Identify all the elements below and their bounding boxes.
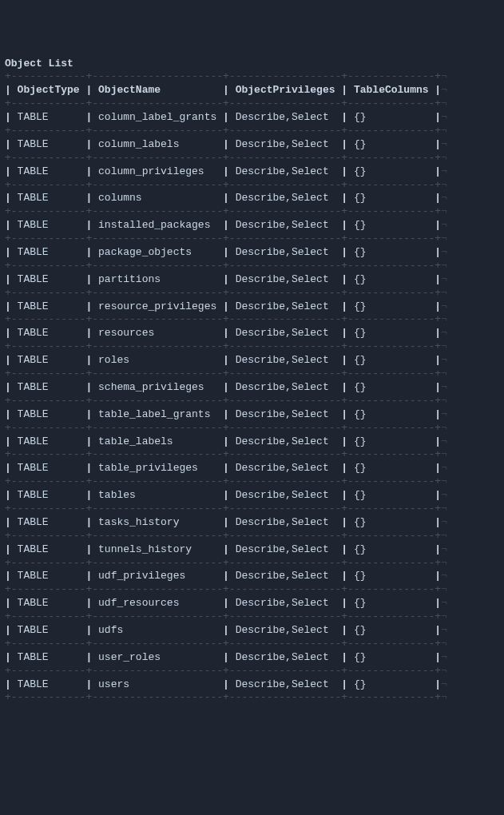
- cell-cols: {}: [347, 651, 435, 663]
- table-row: | TABLE | package_objects | Describe,Sel…: [5, 246, 499, 260]
- separator-row: +------------+---------------------+----…: [5, 530, 499, 543]
- cell-type: TABLE: [11, 138, 86, 150]
- cell-privs: Describe,Select: [229, 192, 341, 204]
- separator-row: +------------+---------------------+----…: [5, 313, 499, 327]
- cell-cols: {}: [347, 327, 435, 339]
- table-row: | TABLE | tables | Describe,Select | {} …: [5, 489, 499, 503]
- table-row: | TABLE | resources | Describe,Select | …: [5, 327, 499, 340]
- cell-privs: Describe,Select: [229, 516, 341, 528]
- table-row: | TABLE | udf_privileges | Describe,Sele…: [5, 570, 499, 583]
- cell-privs: Describe,Select: [229, 570, 341, 582]
- cell-cols: {}: [347, 381, 435, 393]
- table-row: | TABLE | column_label_grants | Describe…: [5, 111, 499, 125]
- cell-privs: Describe,Select: [229, 273, 341, 285]
- cell-name: columns: [92, 192, 223, 204]
- cell-name: partitions: [92, 273, 223, 285]
- cell-type: TABLE: [11, 111, 86, 123]
- cell-privs: Describe,Select: [229, 462, 341, 474]
- separator-row: +------------+---------------------+----…: [5, 665, 499, 678]
- cell-cols: {}: [347, 273, 435, 285]
- cell-type: TABLE: [11, 651, 86, 663]
- separator-row: +------------+---------------------+----…: [5, 395, 499, 408]
- cell-privs: Describe,Select: [229, 543, 341, 555]
- separator-row: +------------+---------------------+----…: [5, 205, 499, 219]
- table-header-row: | ObjectType | ObjectName | ObjectPrivil…: [5, 84, 499, 97]
- cell-privs: Describe,Select: [229, 597, 341, 609]
- table-row: | TABLE | table_labels | Describe,Select…: [5, 435, 499, 449]
- table-row: | TABLE | partitions | Describe,Select |…: [5, 273, 499, 287]
- separator-row: +------------+---------------------+----…: [5, 422, 499, 435]
- cell-type: TABLE: [11, 354, 86, 366]
- table-row: | TABLE | user_roles | Describe,Select |…: [5, 651, 499, 665]
- cell-name: table_labels: [92, 435, 223, 447]
- cell-name: column_privileges: [92, 165, 223, 177]
- table-row: | TABLE | table_label_grants | Describe,…: [5, 408, 499, 422]
- cell-cols: {}: [347, 597, 435, 609]
- separator-row: +------------+---------------------+----…: [5, 287, 499, 300]
- cell-name: table_label_grants: [92, 408, 223, 420]
- cell-privs: Describe,Select: [229, 408, 341, 420]
- cell-name: column_label_grants: [92, 111, 223, 123]
- separator-row: +------------+---------------------+----…: [5, 233, 499, 246]
- cell-name: roles: [92, 354, 223, 366]
- separator-row: +------------+---------------------+----…: [5, 448, 499, 462]
- cell-name: schema_privileges: [92, 381, 223, 393]
- separator-row: +------------+---------------------+----…: [5, 97, 499, 111]
- table-row: | TABLE | users | Describe,Select | {} |…: [5, 678, 499, 692]
- cell-type: TABLE: [11, 543, 86, 555]
- separator-row: +------------+---------------------+----…: [5, 691, 499, 705]
- cell-cols: {}: [347, 354, 435, 366]
- cell-type: TABLE: [11, 273, 86, 285]
- cell-name: tables: [92, 489, 223, 501]
- cell-privs: Describe,Select: [229, 354, 341, 366]
- table-row: | TABLE | udfs | Describe,Select | {} |¬: [5, 624, 499, 638]
- cell-type: TABLE: [11, 300, 86, 312]
- cell-cols: {}: [347, 624, 435, 636]
- separator-row: +------------+---------------------+----…: [5, 152, 499, 165]
- table-row: | TABLE | resource_privileges | Describe…: [5, 300, 499, 314]
- cell-cols: {}: [347, 408, 435, 420]
- table-row: | TABLE | tunnels_history | Describe,Sel…: [5, 543, 499, 557]
- table-row: | TABLE | columns | Describe,Select | {}…: [5, 192, 499, 205]
- cell-cols: {}: [347, 516, 435, 528]
- cell-type: TABLE: [11, 381, 86, 393]
- cell-cols: {}: [347, 462, 435, 474]
- cell-type: TABLE: [11, 570, 86, 582]
- cell-cols: {}: [347, 246, 435, 258]
- separator-row: +------------+---------------------+----…: [5, 368, 499, 381]
- separator-row: +------------+---------------------+----…: [5, 70, 499, 84]
- cell-privs: Describe,Select: [229, 219, 341, 231]
- cell-privs: Describe,Select: [229, 165, 341, 177]
- cell-type: TABLE: [11, 597, 86, 609]
- cell-type: TABLE: [11, 192, 86, 204]
- cell-type: TABLE: [11, 462, 86, 474]
- cell-privs: Describe,Select: [229, 489, 341, 501]
- cell-type: TABLE: [11, 327, 86, 339]
- cell-name: installed_packages: [92, 219, 223, 231]
- table-row: | TABLE | table_privileges | Describe,Se…: [5, 462, 499, 475]
- cell-privs: Describe,Select: [229, 624, 341, 636]
- cell-cols: {}: [347, 138, 435, 150]
- col-objecttype: ObjectType: [11, 84, 86, 96]
- cell-name: users: [92, 678, 223, 690]
- cell-privs: Describe,Select: [229, 111, 341, 123]
- col-objectprivileges: ObjectPrivileges: [229, 84, 341, 96]
- cell-privs: Describe,Select: [229, 327, 341, 339]
- cell-cols: {}: [347, 489, 435, 501]
- cell-type: TABLE: [11, 165, 86, 177]
- separator-row: +------------+---------------------+----…: [5, 260, 499, 273]
- cell-type: TABLE: [11, 408, 86, 420]
- cell-privs: Describe,Select: [229, 246, 341, 258]
- cell-type: TABLE: [11, 624, 86, 636]
- cell-cols: {}: [347, 192, 435, 204]
- table-row: | TABLE | schema_privileges | Describe,S…: [5, 381, 499, 395]
- cell-name: table_privileges: [92, 462, 223, 474]
- cell-privs: Describe,Select: [229, 138, 341, 150]
- cell-name: udf_resources: [92, 597, 223, 609]
- cell-cols: {}: [347, 543, 435, 555]
- table-row: | TABLE | column_labels | Describe,Selec…: [5, 138, 499, 152]
- cell-privs: Describe,Select: [229, 435, 341, 447]
- table-row: | TABLE | roles | Describe,Select | {} |…: [5, 354, 499, 368]
- cell-name: resources: [92, 327, 223, 339]
- separator-row: +------------+---------------------+----…: [5, 638, 499, 651]
